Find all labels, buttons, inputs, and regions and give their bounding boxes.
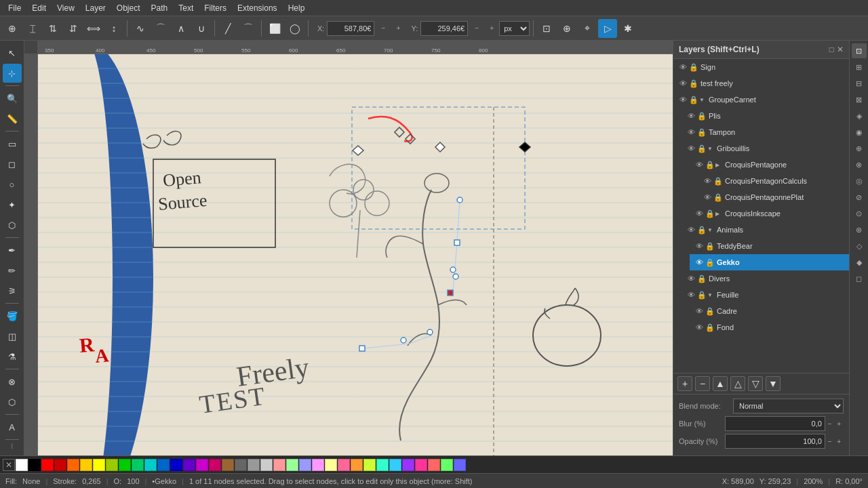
menu-file[interactable]: File [3,2,26,14]
layer-lock-croquis-pentagone[interactable]: 🔒 [705,159,715,170]
blur-increase[interactable]: + [834,418,844,429]
palette-swatch[interactable] [132,459,144,471]
add-layer-btn[interactable]: + [677,376,692,391]
palette-swatch[interactable] [144,459,157,471]
snap-btn-3[interactable]: ⊟ [852,76,867,91]
layer-item-divers[interactable]: 👁 🔒 Divers [682,270,849,287]
layer-lock-groupe-carnet[interactable]: 🔒 [688,94,699,105]
layer-item-groupe-carnet[interactable]: 👁 🔒 GroupeCarnet [673,92,849,108]
layer-eye-teddybear[interactable]: 👁 [694,241,705,251]
toolbar-select[interactable]: ⊕ [3,19,22,38]
snap-btn-2[interactable]: ⊞ [852,60,867,75]
x-input[interactable] [327,21,374,36]
tool-circle[interactable]: ○ [3,175,22,194]
layer-item-fond[interactable]: 👁 🔒 Fond [690,319,849,336]
layer-eye-croquis-inkscape[interactable]: 👁 [694,208,705,219]
palette-swatch[interactable] [454,459,466,471]
layer-eye-croquis-pentagone[interactable]: 👁 [694,159,705,170]
palette-swatch[interactable] [41,459,54,471]
layer-eye-feuille[interactable]: 👁 [686,289,696,300]
toolbar-node-smooth[interactable]: ∿ [131,19,150,38]
layer-eye-tampon[interactable]: 👁 [686,127,696,138]
toolbar-square-node[interactable]: ⬜ [265,19,284,38]
tool-spray[interactable]: ⊗ [3,372,22,391]
layer-lock-fond[interactable]: 🔒 [705,322,715,333]
palette-swatch[interactable] [235,459,247,471]
menu-edit[interactable]: Edit [26,2,52,14]
layer-item-gribouillis[interactable]: 👁 🔒 ▼ Gribouillis [682,140,849,157]
blur-input[interactable] [725,416,825,431]
move-layer-down-btn[interactable]: ▽ [748,376,763,391]
palette-swatch[interactable] [402,459,414,471]
toolbar-node-cusp[interactable]: ∧ [172,19,191,38]
palette-swatch[interactable] [170,459,182,471]
move-layer-up-btn2[interactable]: △ [730,376,745,391]
layer-lock-teddybear[interactable]: 🔒 [705,241,715,251]
x-increase[interactable]: + [392,22,404,35]
layer-item-croquis-pentagone-plat[interactable]: 👁 🔒 CroquisPentagonnePlat [698,189,849,205]
snap-btn-1[interactable]: ⊡ [852,43,867,58]
palette-swatch[interactable] [338,459,350,471]
snap-btn-12[interactable]: ⊛ [852,222,867,237]
unit-select[interactable]: px mm in [499,21,530,36]
palette-swatch[interactable] [376,459,389,471]
layer-lock-gribouillis[interactable]: 🔒 [696,143,707,154]
move-layer-up-btn[interactable]: ▲ [713,376,728,391]
layer-lock-feuille[interactable]: 🔒 [696,289,707,300]
blend-mode-select[interactable]: Normal Multiply Screen Overlay [733,399,844,413]
palette-swatch[interactable] [16,459,28,471]
layer-item-teddybear[interactable]: 👁 🔒 TeddyBear [690,238,849,254]
menu-path[interactable]: Path [146,2,174,14]
menu-text[interactable]: Text [173,2,199,14]
snap-nodes[interactable]: ⊕ [557,19,576,38]
layer-lock-croquis-inkscape[interactable]: 🔒 [705,208,715,219]
y-increase[interactable]: + [486,22,498,35]
snap-paths[interactable]: ⌖ [578,19,597,38]
layer-eye-test-freely[interactable]: 👁 [677,78,688,89]
palette-swatch[interactable] [209,459,221,471]
layer-eye-fond[interactable]: 👁 [694,322,705,333]
toolbar-node-auto[interactable]: ∪ [192,19,211,38]
tool-star[interactable]: ✦ [3,195,22,214]
layer-item-croquis-pentagone[interactable]: 👁 🔒 ▶ CroquisPentagone [690,157,849,173]
snap-btn-15[interactable]: ◻ [852,271,867,286]
layer-item-cadre[interactable]: 👁 🔒 Cadre [690,303,849,319]
toolbar-last[interactable]: ✱ [618,19,637,38]
move-layer-down-btn2[interactable]: ▼ [766,376,781,391]
layers-panel-close[interactable]: ✕ [837,45,844,54]
tool-measure[interactable]: 📏 [3,109,22,128]
layer-item-gekko[interactable]: 👁 🔒 Gekko [690,254,849,270]
palette-swatch[interactable] [286,459,298,471]
toolbar-btn2[interactable]: ⌶ [23,19,42,38]
menu-extensions[interactable]: Extensions [232,2,283,14]
palette-swatch[interactable] [389,459,401,471]
palette-swatch[interactable] [260,459,273,471]
palette-swatch[interactable] [28,459,41,471]
tool-text[interactable]: A [3,418,22,436]
layer-eye-animals[interactable]: 👁 [686,224,696,235]
tool-gradient[interactable]: ◫ [3,327,22,346]
tool-node[interactable]: ⊹ [3,64,22,83]
layer-eye-divers[interactable]: 👁 [686,273,696,284]
palette-swatch[interactable] [106,459,118,471]
menu-filters[interactable]: Filters [199,2,232,14]
palette-swatch[interactable] [93,459,105,471]
menu-help[interactable]: Help [283,2,311,14]
snap-btn-10[interactable]: ⊘ [852,190,867,205]
toolbar-btn6[interactable]: ↕ [104,19,123,38]
tool-zoom[interactable]: 🔍 [3,89,22,108]
snap-btn-8[interactable]: ⊗ [852,157,867,172]
opacity-input[interactable] [725,434,825,449]
palette-swatch[interactable] [312,459,324,471]
opacity-decrease[interactable]: − [825,436,835,447]
toolbar-curve[interactable]: ⌒ [239,19,258,38]
layer-item-test-freely[interactable]: 👁 🔒 test freely [673,75,849,92]
layer-lock-croquis-pentagone-plat[interactable]: 🔒 [713,192,724,203]
layer-eye-gekko[interactable]: 👁 [694,257,705,268]
canvas[interactable]: Open Source TEST Freely R A [38,54,673,455]
snap-btn-5[interactable]: ◈ [852,108,867,123]
layer-item-feuille[interactable]: 👁 🔒 ▼ Feuille [682,287,849,303]
node-tool-active[interactable]: ▷ [598,19,617,38]
tool-calligraphy[interactable]: ⚞ [3,281,22,300]
palette-swatch[interactable] [428,459,440,471]
